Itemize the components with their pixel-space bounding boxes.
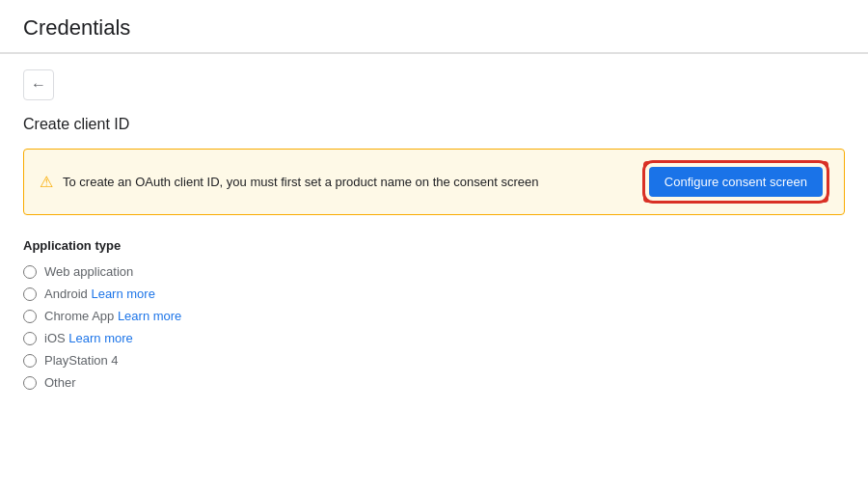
- radio-item-chrome-app[interactable]: Chrome App Learn more: [23, 309, 845, 323]
- radio-label-web-app: Web application: [44, 264, 133, 279]
- radio-label-playstation: PlayStation 4: [44, 353, 119, 368]
- warning-icon: ⚠: [40, 173, 53, 191]
- radio-label-ios: iOS Learn more: [44, 331, 133, 345]
- radio-group: Web application Android Learn more Chrom…: [23, 264, 845, 390]
- ios-learn-more-link[interactable]: Learn more: [68, 331, 132, 345]
- radio-other[interactable]: [23, 376, 37, 390]
- alert-banner: ⚠ To create an OAuth client ID, you must…: [23, 149, 845, 215]
- radio-web-app[interactable]: [23, 265, 37, 279]
- page-header: Credentials: [0, 0, 868, 53]
- application-type-section: Application type Web application Android…: [23, 238, 845, 390]
- configure-btn-wrapper: Configure consent screen: [643, 161, 828, 203]
- radio-android[interactable]: [23, 287, 37, 301]
- page-content: ← Create client ID ⚠ To create an OAuth …: [0, 54, 868, 405]
- chrome-app-learn-more-link[interactable]: Learn more: [118, 309, 181, 323]
- android-learn-more-link[interactable]: Learn more: [91, 287, 154, 301]
- back-button[interactable]: ←: [23, 69, 54, 100]
- page-title: Credentials: [23, 15, 130, 40]
- radio-item-ios[interactable]: iOS Learn more: [23, 331, 845, 345]
- radio-item-playstation[interactable]: PlayStation 4: [23, 353, 845, 368]
- radio-playstation[interactable]: [23, 354, 37, 368]
- radio-ios[interactable]: [23, 332, 37, 345]
- radio-item-other[interactable]: Other: [23, 375, 845, 390]
- radio-item-android[interactable]: Android Learn more: [23, 287, 845, 301]
- radio-label-android: Android Learn more: [44, 287, 155, 301]
- radio-item-web-app[interactable]: Web application: [23, 264, 845, 279]
- section-title: Create client ID: [23, 116, 845, 133]
- back-arrow-icon: ←: [31, 76, 46, 94]
- radio-chrome-app[interactable]: [23, 310, 37, 323]
- application-type-label: Application type: [23, 238, 845, 253]
- radio-label-other: Other: [44, 375, 76, 390]
- configure-consent-screen-button[interactable]: Configure consent screen: [649, 167, 823, 197]
- radio-label-chrome-app: Chrome App Learn more: [44, 309, 181, 323]
- alert-text: To create an OAuth client ID, you must f…: [63, 175, 539, 189]
- alert-left: ⚠ To create an OAuth client ID, you must…: [40, 173, 539, 191]
